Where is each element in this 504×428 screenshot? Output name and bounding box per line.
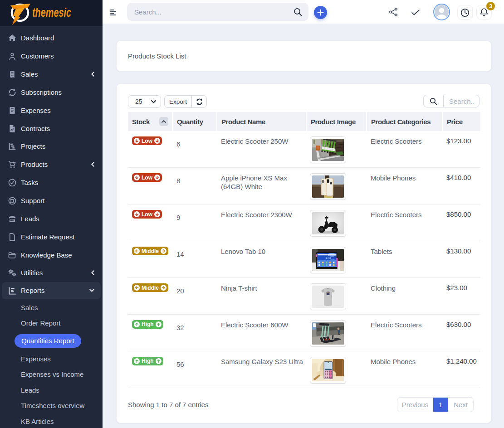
svg-text:2:42: 2:42 <box>326 257 331 259</box>
svg-text:themesic: themesic <box>32 5 71 19</box>
